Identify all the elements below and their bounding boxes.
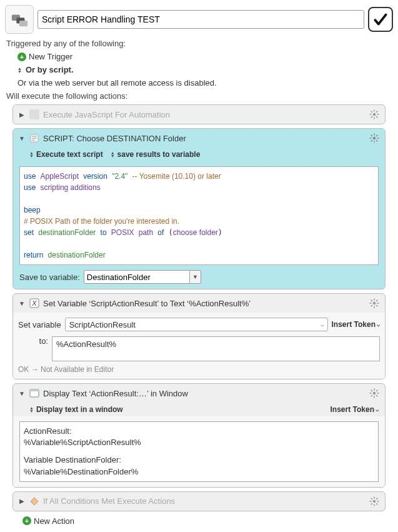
gear-icon[interactable] [369, 133, 380, 144]
to-value-input[interactable]: %ActionResult% [52, 336, 380, 361]
gear-icon[interactable] [369, 388, 380, 399]
action-title: Set Variable ‘ScriptActionResult’ to Tex… [43, 299, 365, 308]
svg-line-52 [371, 503, 372, 504]
gear-icon[interactable] [369, 298, 380, 309]
svg-line-21 [371, 140, 372, 141]
svg-point-25 [373, 302, 376, 305]
svg-line-51 [376, 503, 377, 504]
disclosure-icon[interactable]: ▶ [18, 498, 26, 505]
insert-token-button[interactable]: Insert Token⌵ [332, 320, 380, 329]
updown-icon: ▲▼ [29, 406, 34, 413]
svg-line-11 [371, 116, 372, 118]
svg-line-41 [371, 390, 372, 391]
to-label: to: [18, 336, 48, 346]
action-title: SCRIPT: Choose DESTINATION Folder [43, 134, 365, 143]
plus-icon: + [22, 516, 31, 525]
macro-title-input[interactable] [37, 10, 364, 29]
or-by-script-row[interactable]: ▲▼ Or by script. [17, 65, 393, 74]
js-icon [29, 109, 39, 119]
script-code-editor[interactable]: use AppleScript version "2.4" -- Yosemit… [19, 166, 379, 265]
svg-line-44 [376, 390, 377, 391]
svg-line-31 [376, 305, 377, 306]
updown-icon: ▲▼ [111, 151, 115, 158]
new-trigger-label: New Trigger [29, 52, 72, 61]
svg-line-42 [376, 395, 377, 396]
svg-line-33 [376, 300, 377, 301]
svg-text:X: X [31, 299, 37, 307]
svg-line-19 [371, 135, 372, 136]
status-text: OK → Not Available in Editor [18, 361, 380, 374]
gear-icon[interactable] [369, 109, 380, 120]
svg-line-10 [376, 116, 377, 118]
svg-rect-2 [19, 21, 27, 26]
chevron-down-icon: ⌵ [321, 321, 324, 328]
action-title: Display Text ‘ActionResult:…’ in Window [43, 389, 365, 398]
disclosure-icon[interactable]: ▼ [18, 299, 26, 307]
action-title: If All Conditions Met Execute Actions [43, 496, 365, 506]
triggers-heading: Triggered by any of the following: [6, 39, 393, 48]
actions-heading: Will execute the following actions: [6, 91, 393, 101]
action-set-variable[interactable]: ▼ X Set Variable ‘ScriptActionResult’ to… [12, 293, 386, 379]
save-results-selector[interactable]: ▲▼ save results to variable [111, 150, 201, 159]
display-text-selector[interactable]: ▲▼ Display text in a window [29, 405, 123, 414]
save-variable-combo[interactable]: ▼ [84, 270, 201, 284]
svg-line-12 [376, 111, 377, 113]
chevron-down-icon[interactable]: ▼ [190, 270, 201, 284]
svg-line-9 [371, 111, 372, 113]
svg-point-36 [373, 392, 376, 395]
svg-line-32 [371, 305, 372, 306]
disclosure-icon[interactable]: ▶ [18, 111, 26, 118]
action-display-text[interactable]: ▼ Display Text ‘ActionResult:…’ in Windo… [12, 383, 386, 488]
new-action-button[interactable]: + New Action [22, 516, 393, 526]
disclosure-icon[interactable]: ▼ [18, 389, 26, 397]
updown-icon: ▲▼ [17, 67, 22, 73]
svg-point-4 [373, 113, 376, 116]
svg-line-50 [371, 498, 372, 499]
updown-icon: ▲▼ [29, 151, 34, 158]
svg-point-14 [373, 137, 376, 140]
set-variable-label: Set variable [18, 320, 61, 329]
web-server-note: Or via the web server but all remote acc… [17, 78, 393, 88]
svg-line-20 [376, 140, 377, 141]
save-to-variable-label: Save to variable: [19, 273, 80, 282]
macro-icon[interactable] [5, 5, 34, 34]
disclosure-icon[interactable]: ▼ [18, 134, 26, 142]
action-if-conditions[interactable]: ▶ If All Conditions Met Execute Actions [12, 491, 386, 511]
new-trigger-button[interactable]: + New Trigger [17, 52, 393, 61]
svg-line-53 [376, 498, 377, 499]
script-icon [29, 133, 39, 143]
action-script-choose-folder[interactable]: ▼ SCRIPT: Choose DESTINATION Folder ▲▼ E… [12, 128, 386, 289]
gear-icon[interactable] [369, 496, 380, 507]
variable-x-icon: X [29, 298, 39, 308]
svg-line-22 [376, 135, 377, 136]
svg-point-45 [373, 500, 376, 503]
or-by-script-label: Or by script. [26, 65, 74, 74]
enable-toggle[interactable] [368, 7, 393, 32]
insert-token-button[interactable]: Insert Token⌵ [331, 405, 379, 414]
svg-line-30 [371, 300, 372, 301]
variable-selector[interactable]: ScriptActionResult ⌵ [65, 318, 328, 331]
action-execute-js[interactable]: ▶ Execute JavaScript For Automation [12, 104, 386, 124]
display-text-body[interactable]: ActionResult: %Variable%ScriptActionResu… [19, 421, 379, 482]
new-action-label: New Action [34, 516, 74, 526]
action-title: Execute JavaScript For Automation [43, 110, 365, 119]
window-icon [29, 388, 39, 398]
svg-line-43 [371, 395, 372, 396]
svg-rect-3 [29, 109, 39, 119]
svg-rect-35 [30, 389, 39, 391]
if-icon [29, 496, 39, 506]
execute-text-script-selector[interactable]: ▲▼ Execute text script [29, 150, 103, 159]
plus-icon: + [17, 53, 26, 61]
